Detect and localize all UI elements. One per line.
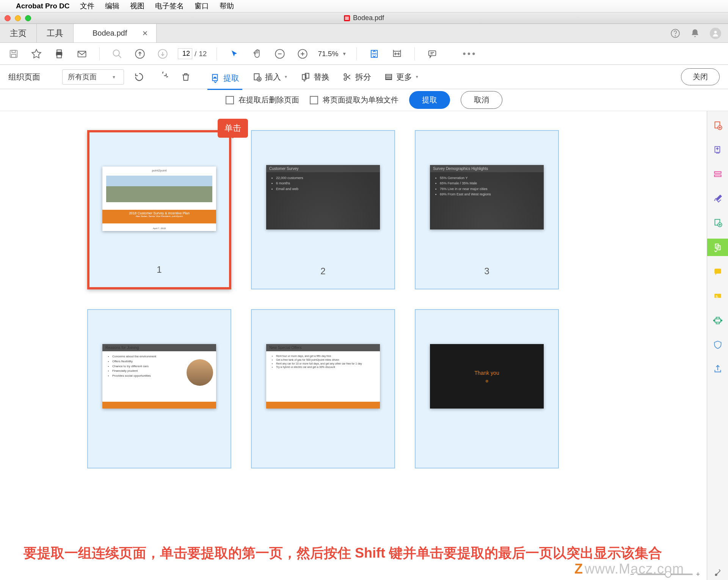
page-number-label: 2 — [320, 266, 325, 281]
window-titlebar: Bodea.pdf — [0, 13, 728, 24]
page-thumbnail-5[interactable]: New Special Offers Rent four or more day… — [251, 309, 395, 468]
combine-icon[interactable] — [711, 216, 725, 229]
more-label: 更多 — [396, 72, 412, 82]
delete-after-checkbox[interactable]: 在提取后删除页面 — [226, 95, 299, 105]
delete-button[interactable] — [178, 70, 194, 84]
app-name[interactable]: Acrobat Pro DC — [16, 2, 69, 10]
sign-icon[interactable] — [711, 192, 725, 205]
svg-rect-30 — [714, 175, 721, 176]
tab-home[interactable]: 主页 — [0, 24, 37, 42]
tab-document-label: Bodea.pdf — [93, 29, 127, 38]
zoom-out-icon[interactable] — [272, 46, 287, 61]
page-thumbnail-1[interactable]: 单击 point2point 2018 Customer Survey & In… — [87, 130, 231, 289]
mail-icon[interactable] — [74, 46, 89, 61]
minimize-window-icon[interactable] — [15, 15, 21, 21]
next-page-icon[interactable] — [155, 46, 170, 61]
zoom-level[interactable]: 71.5% ▼ — [318, 50, 347, 58]
fit-page-icon[interactable] — [367, 46, 382, 61]
slide-title: Reasons for Joining — [102, 344, 216, 351]
more-tools-icon[interactable]: ••• — [463, 49, 477, 59]
menu-esign[interactable]: 电子签名 — [155, 1, 184, 11]
hand-icon[interactable] — [249, 46, 265, 61]
menu-edit[interactable]: 编辑 — [105, 1, 119, 11]
menu-file[interactable]: 文件 — [80, 1, 94, 11]
menu-window[interactable]: 窗口 — [195, 1, 209, 11]
extract-label: 提取 — [223, 73, 239, 83]
cancel-button[interactable]: 取消 — [461, 91, 502, 109]
tab-document-active[interactable]: Bodea.pdf ✕ — [74, 24, 157, 42]
svg-point-10 — [113, 50, 119, 56]
page-thumbnail-4[interactable]: Reasons for Joining Concerns about the e… — [87, 309, 231, 468]
svg-rect-35 — [714, 269, 721, 273]
account-avatar-icon[interactable] — [710, 28, 721, 39]
tab-close-icon[interactable]: ✕ — [142, 29, 148, 38]
save-icon[interactable] — [6, 46, 21, 61]
split-button[interactable]: 拆分 — [339, 69, 374, 85]
thumbnails-grid: 单击 point2point 2018 Customer Survey & In… — [87, 130, 707, 468]
page-thumbnail-3[interactable]: Survey Demographics Highlights 55% Gener… — [415, 130, 559, 289]
help-icon[interactable] — [670, 28, 680, 38]
insert-caret-icon: ▼ — [284, 75, 288, 79]
fit-width-icon[interactable] — [389, 46, 405, 61]
replace-button[interactable]: 替换 — [298, 69, 333, 85]
notifications-bell-icon[interactable] — [690, 28, 700, 38]
create-pdf-icon[interactable] — [711, 119, 725, 132]
thumbnails-area[interactable]: 单击 point2point 2018 Customer Survey & In… — [0, 111, 707, 580]
zoom-slider-plus-icon[interactable]: + — [693, 571, 703, 578]
page-preview: Customer Survey 22,000 customers 6 month… — [266, 165, 380, 229]
share-icon[interactable] — [711, 362, 725, 376]
menu-help[interactable]: 帮助 — [220, 1, 234, 11]
extract-button[interactable]: 提取 — [207, 71, 242, 90]
maximize-window-icon[interactable] — [25, 15, 31, 21]
protect-icon[interactable] — [711, 338, 725, 352]
menu-view[interactable]: 视图 — [130, 1, 144, 11]
slide-list: Rent four or more days, and get a fifth … — [271, 354, 375, 369]
window-title-text: Bodea.pdf — [353, 14, 384, 22]
search-icon[interactable] — [110, 46, 125, 61]
star-icon[interactable] — [29, 46, 44, 61]
edit-pdf-icon[interactable] — [711, 167, 725, 181]
page-input[interactable] — [178, 48, 192, 59]
thumbnail-zoom-slider[interactable]: − + — [627, 571, 703, 578]
pages-filter-dropdown[interactable]: 所有页面 ▼ — [62, 69, 124, 85]
page-thumbnail-2[interactable]: Customer Survey 22,000 customers 6 month… — [251, 130, 395, 289]
checkbox-icon — [310, 96, 318, 104]
rotate-right-button[interactable] — [154, 69, 171, 85]
rotate-left-button[interactable] — [131, 69, 147, 85]
dropdown-caret-icon: ▼ — [112, 75, 116, 79]
cursor-icon[interactable] — [227, 46, 242, 61]
extract-confirm-button[interactable]: 提取 — [409, 91, 450, 109]
export-pdf-icon[interactable] — [711, 143, 725, 157]
page-preview: New Special Offers Rent four or more day… — [266, 344, 380, 409]
comment-tool-icon[interactable] — [711, 265, 725, 279]
fill-sign-icon[interactable] — [711, 289, 725, 303]
page-sep: / — [195, 50, 196, 58]
comment-icon[interactable] — [425, 46, 440, 61]
page-number-label: 1 — [157, 264, 162, 280]
organize-title: 组织页面 — [8, 72, 40, 82]
slide-subtitle: Alex Sedan, Senior Vice President, point… — [102, 215, 216, 217]
pages-filter-label: 所有页面 — [68, 72, 97, 82]
macos-menubar: Acrobat Pro DC 文件 编辑 视图 电子签名 窗口 帮助 — [0, 0, 728, 13]
insert-button[interactable]: 插入 ▼ — [249, 69, 291, 85]
svg-point-1 — [675, 35, 675, 36]
tab-bar: 主页 工具 Bodea.pdf ✕ — [0, 24, 728, 43]
instruction-overlay: 要提取一组连续页面，单击要提取的第一页，然后按住 Shift 键并单击要提取的最… — [0, 543, 686, 563]
tab-tools[interactable]: 工具 — [37, 24, 74, 42]
more-button[interactable]: 更多 ▼ — [381, 69, 422, 85]
svg-rect-17 — [429, 50, 436, 55]
zoom-slider-minus-icon[interactable]: − — [627, 571, 637, 578]
close-panel-button[interactable]: 关闭 — [681, 68, 720, 85]
close-window-icon[interactable] — [5, 15, 11, 21]
print-icon[interactable] — [52, 46, 67, 61]
page-number: / 12 — [178, 48, 207, 59]
settings-icon[interactable] — [711, 566, 725, 580]
prev-page-icon[interactable] — [132, 46, 147, 61]
pdf-file-icon — [344, 15, 350, 21]
slide-title: New Special Offers — [266, 344, 380, 351]
separate-files-checkbox[interactable]: 将页面提取为单独文件 — [310, 95, 399, 105]
print-production-icon[interactable] — [711, 314, 725, 327]
organize-pages-icon[interactable] — [707, 239, 728, 256]
page-thumbnail-6[interactable]: Thank you ⊕ — [415, 309, 559, 468]
zoom-in-icon[interactable] — [295, 46, 310, 61]
